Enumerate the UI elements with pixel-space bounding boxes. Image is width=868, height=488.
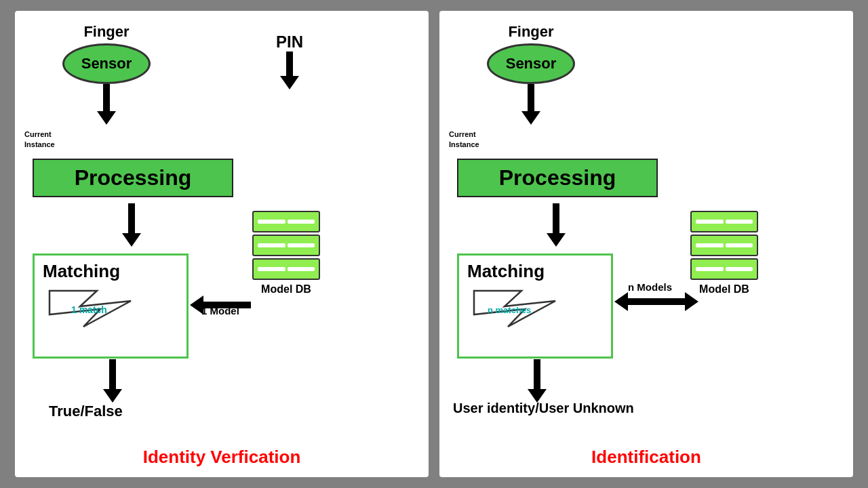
left-processing-text: Processing [75, 165, 192, 190]
right-sensor-group: Finger Sensor [487, 23, 575, 125]
right-processing-box: Processing [457, 159, 658, 197]
right-arrowhead-1 [521, 111, 540, 125]
left-lightning-svg: 1 match [43, 287, 138, 328]
right-arrow-2 [547, 203, 566, 247]
left-processing-box: Processing [33, 159, 233, 197]
left-pin-shaft [286, 52, 293, 76]
right-panel: Finger Sensor CurrentInstance Processing… [439, 11, 853, 477]
left-arrowhead-1 [97, 111, 116, 125]
left-db-layer-2 [252, 235, 320, 256]
right-lightning-svg: n matches [467, 287, 562, 328]
left-model-label: 1 Model [201, 305, 239, 317]
left-pin-arrowhead [280, 76, 299, 89]
right-db-arrowhead-left [614, 292, 628, 311]
left-model-db: Model DB [252, 211, 320, 296]
right-matching-title: Matching [467, 261, 603, 282]
left-db-label: Model DB [261, 283, 311, 296]
right-db-layer-1 [690, 211, 758, 232]
right-diagram: Finger Sensor CurrentInstance Processing… [439, 11, 853, 418]
left-diagram: Finger Sensor CurrentInstance Processing… [15, 11, 429, 418]
left-db-layer-1 [252, 211, 320, 232]
left-matching-title: Matching [43, 261, 178, 282]
left-arrow-shaft-2 [128, 203, 135, 233]
left-panel-title: Identity Verfication [143, 447, 301, 468]
right-finger-label: Finger [508, 23, 553, 41]
left-sensor-ellipse: Sensor [62, 43, 151, 84]
left-pin-label: PIN [276, 33, 303, 52]
right-db-layer-3 [690, 258, 758, 280]
right-arrow-shaft-2 [553, 203, 559, 233]
left-match-text: 1 match [71, 304, 107, 315]
right-matching-box: Matching n matches [457, 253, 613, 359]
right-arrow-3 [528, 359, 547, 403]
left-pin-group: PIN [276, 33, 303, 89]
right-arrow-shaft-3 [534, 359, 540, 389]
right-model-db: Model DB [690, 211, 758, 296]
left-sensor-text: Sensor [81, 55, 132, 73]
right-panel-title: Identification [591, 447, 701, 468]
right-db-label: Model DB [699, 283, 749, 296]
right-arrowhead-2 [547, 233, 566, 247]
left-db-layer-3 [252, 258, 320, 280]
right-db-layer-2 [690, 235, 758, 256]
left-arrowhead-2 [122, 233, 141, 247]
right-arrow-shaft-1 [528, 84, 534, 111]
left-finger-label: Finger [83, 23, 129, 41]
right-processing-text: Processing [499, 165, 616, 190]
left-panel: Finger Sensor CurrentInstance Processing… [15, 11, 429, 477]
left-arrow-2 [122, 203, 141, 247]
right-current-instance: CurrentInstance [449, 129, 479, 150]
left-arrow-shaft-3 [109, 359, 116, 389]
left-arrowhead-3 [103, 389, 122, 403]
right-db-shaft [628, 298, 685, 305]
right-model-label: n Models [628, 281, 672, 293]
right-result-label: User identity/User Unknown [453, 401, 634, 416]
left-arrow-shaft-1 [103, 84, 110, 111]
left-arrow-3 [103, 359, 122, 403]
right-db-arrow [614, 292, 698, 311]
left-sensor-group: Finger Sensor [62, 23, 151, 125]
left-result-label: True/False [49, 403, 123, 420]
left-matching-box: Matching 1 match [33, 253, 189, 359]
right-match-text: n matches [488, 305, 531, 315]
right-sensor-text: Sensor [506, 55, 557, 73]
left-current-instance: CurrentInstance [24, 129, 55, 150]
right-sensor-ellipse: Sensor [487, 43, 575, 84]
right-db-arrowhead-right [685, 292, 698, 311]
